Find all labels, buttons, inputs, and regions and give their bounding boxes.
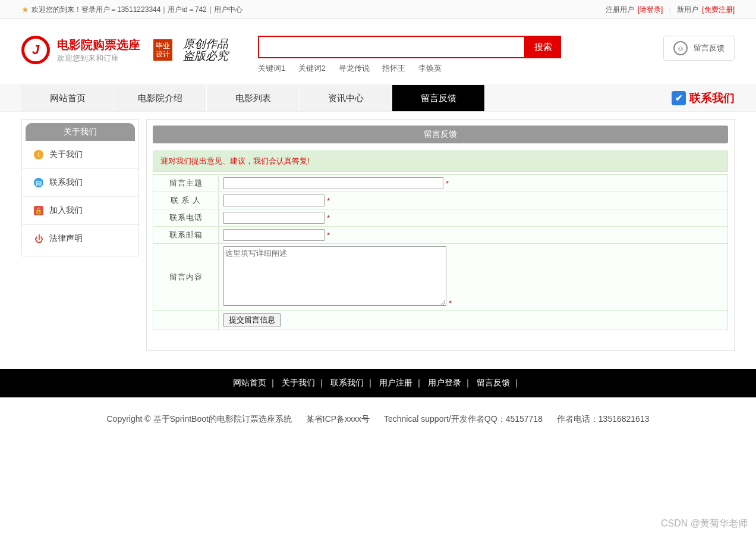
feedback-pill-label: 留言反馈: [694, 43, 724, 54]
sidebar-item-legal[interactable]: ⏻ 法律声明: [22, 225, 138, 252]
topbar: ★ 欢迎您的到来！登录用户＝13511223344｜用户id＝742｜用户中心 …: [0, 0, 756, 19]
footer-link[interactable]: 用户注册: [379, 378, 412, 387]
contact-us-label: 联系我们: [689, 90, 735, 106]
label-content: 留言内容: [153, 244, 219, 311]
sidebar-item-label: 关于我们: [49, 149, 83, 160]
star-icon: ★: [21, 5, 29, 14]
sidebar-item-label: 联系我们: [49, 177, 83, 188]
keyword-label[interactable]: 关键词2: [298, 64, 326, 73]
info-icon: i: [34, 150, 43, 159]
contact-us-button[interactable]: ✔ 联系我们: [672, 90, 735, 106]
input-contact[interactable]: [223, 195, 325, 206]
nav-cinema-intro[interactable]: 电影院介绍: [114, 85, 207, 111]
new-user-label: 新用户: [677, 5, 698, 15]
logo-block[interactable]: J 电影院购票选座 欢迎您到来和订座 毕业 设计 原创作品 盗版必究: [21, 36, 228, 64]
label-subject: 留言主题: [153, 175, 219, 192]
footer-link[interactable]: 网站首页: [233, 378, 266, 387]
footer-link[interactable]: 关于我们: [282, 378, 315, 387]
submit-button[interactable]: 提交留言信息: [223, 313, 281, 327]
textarea-content[interactable]: [223, 246, 446, 306]
footer-link[interactable]: 用户登录: [428, 378, 461, 387]
search-input[interactable]: [258, 36, 525, 58]
header: J 电影院购票选座 欢迎您到来和订座 毕业 设计 原创作品 盗版必究 搜索 关键…: [21, 19, 735, 84]
free-register-link[interactable]: [免费注册]: [702, 5, 735, 15]
clipboard-icon: ▤: [34, 178, 43, 187]
navbar: 网站首页 电影院介绍 电影列表 资讯中心 留言反馈 ✔ 联系我们: [0, 84, 756, 112]
keyword-link[interactable]: 李焕英: [418, 64, 442, 73]
welcome-text[interactable]: 欢迎您的到来！登录用户＝13511223344｜用户id＝742｜用户中心: [32, 5, 242, 15]
sidebar-title: 关于我们: [26, 123, 135, 141]
feedback-pill[interactable]: ☺ 留言反馈: [663, 36, 735, 61]
required-star: *: [327, 214, 330, 222]
keyword-label[interactable]: 关键词1: [258, 64, 285, 73]
sidebar-item-contact[interactable]: ▤ 联系我们: [22, 169, 138, 197]
content-panel: 留言反馈 迎对我们提出意见、建议，我们会认真答复! 留言主题 * 联 系 人 *…: [146, 119, 735, 351]
power-icon: ⏻: [34, 234, 43, 243]
site-subtitle: 欢迎您到来和订座: [57, 53, 140, 64]
search-button[interactable]: 搜索: [525, 36, 561, 58]
sidebar-item-label: 法律声明: [49, 233, 83, 244]
icp-text: 某省ICP备xxxx号: [306, 414, 370, 424]
feedback-form: 留言主题 * 联 系 人 * 联系电话 * 联系邮箱 * 留言内容 * 提交留言…: [153, 174, 728, 330]
topbar-welcome: ★ 欢迎您的到来！登录用户＝13511223344｜用户id＝742｜用户中心: [21, 5, 242, 15]
lock-icon: 🔒: [34, 206, 43, 215]
keyword-row: 关键词1 关键词2 寻龙传说 指怀王 李焕英: [258, 63, 663, 74]
badge-graduation: 毕业 设计: [153, 39, 172, 61]
label-contact: 联 系 人: [153, 192, 219, 209]
footer-link[interactable]: 留言反馈: [477, 378, 510, 387]
logo-icon: J: [21, 36, 50, 64]
copyright-text: Copyright © 基于SprintBoot的电影院订票选座系统: [107, 414, 292, 424]
required-star: *: [446, 179, 449, 188]
support-text: Technical support/开发作者QQ：45157718: [384, 414, 543, 424]
calligraphy-text: 原创作品 盗版必究: [183, 38, 228, 62]
input-email[interactable]: [223, 229, 325, 241]
check-icon: ✔: [672, 91, 686, 105]
required-star: *: [449, 299, 452, 308]
input-subject[interactable]: [223, 177, 443, 189]
keyword-link[interactable]: 寻龙传说: [339, 64, 370, 73]
author-phone-text: 作者电话：13516821613: [557, 414, 650, 424]
headset-icon: ☺: [673, 41, 688, 55]
footer-info: Copyright © 基于SprintBoot的电影院订票选座系统 某省ICP…: [21, 397, 735, 460]
nav-movie-list[interactable]: 电影列表: [207, 85, 300, 111]
site-title: 电影院购票选座: [57, 37, 140, 53]
label-email: 联系邮箱: [153, 227, 219, 244]
panel-title: 留言反馈: [153, 126, 728, 143]
required-star: *: [327, 196, 330, 205]
input-phone[interactable]: [223, 212, 325, 224]
reg-user-label: 注册用户: [606, 5, 634, 15]
keyword-link[interactable]: 指怀王: [382, 64, 405, 73]
sidebar: 关于我们 i 关于我们 ▤ 联系我们 🔒 加入我们 ⏻ 法律声明: [21, 119, 139, 256]
footer-link[interactable]: 联系我们: [330, 378, 364, 387]
login-link[interactable]: [请登录]: [638, 5, 663, 15]
sidebar-item-join[interactable]: 🔒 加入我们: [22, 197, 138, 225]
footer-nav: 网站首页｜ 关于我们｜ 联系我们｜ 用户注册｜ 用户登录｜ 留言反馈｜: [0, 369, 756, 397]
sep-icon: ｜: [666, 5, 673, 15]
label-phone: 联系电话: [153, 209, 219, 227]
sidebar-item-label: 加入我们: [49, 205, 83, 216]
nav-feedback[interactable]: 留言反馈: [392, 85, 485, 111]
sidebar-item-about[interactable]: i 关于我们: [22, 141, 138, 169]
tip-message: 迎对我们提出意见、建议，我们会认真答复!: [153, 151, 728, 172]
nav-news[interactable]: 资讯中心: [300, 85, 392, 111]
required-star: *: [327, 231, 330, 240]
nav-home[interactable]: 网站首页: [21, 85, 114, 111]
